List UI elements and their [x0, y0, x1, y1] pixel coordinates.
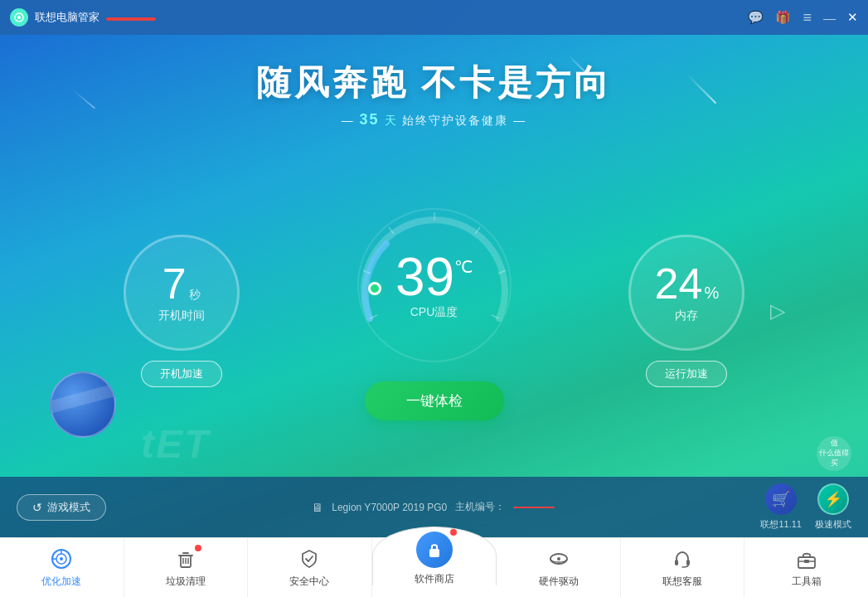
svg-rect-17 — [675, 560, 678, 565]
subtitle-middle-text: 始终守护设备健康 — [402, 114, 508, 127]
memory-boost-button[interactable]: 运行加速 — [646, 361, 727, 387]
title-redacted-text — [106, 17, 156, 21]
device-model: Legion Y7000P 2019 PG0 — [332, 502, 447, 513]
startup-boost-button[interactable]: 开机加速 — [141, 361, 222, 387]
optimize-label: 优化加速 — [41, 575, 81, 589]
one-key-check-button[interactable]: 一键体检 — [365, 381, 504, 420]
monitor-icon: 🖥 — [312, 501, 323, 514]
clean-icon-wrap — [174, 547, 197, 570]
headset-icon — [671, 547, 694, 570]
flash-mode-button[interactable]: ⚡ 极速模式 — [815, 483, 851, 531]
app-name-text: 联想电脑管家 — [35, 11, 99, 23]
app-title: 联想电脑管家 — [35, 10, 748, 25]
trash-icon — [174, 547, 197, 570]
days-count: 35 — [360, 111, 380, 128]
flash-icon: ⚡ — [817, 483, 849, 515]
cpu-metric: 39 ℃ CPU温度 一键体检 — [296, 202, 572, 420]
minimize-button[interactable]: — — [823, 11, 836, 25]
title-bar: 联想电脑管家 💬 🎁 ≡ — ✕ — [0, 0, 868, 35]
app-logo — [10, 8, 28, 27]
cpu-gauge: 39 ℃ CPU温度 — [352, 202, 517, 368]
nav-item-store[interactable]: 软件商店 — [372, 527, 497, 585]
planet-decoration — [50, 371, 116, 438]
toolbox-icon — [795, 547, 818, 570]
serial-redacted — [513, 507, 555, 508]
nav-item-toolbox[interactable]: 工具箱 — [744, 538, 868, 597]
game-mode-icon: ↺ — [32, 501, 42, 514]
days-unit: 天 — [385, 114, 398, 127]
nav-item-security[interactable]: 安全中心 — [248, 538, 372, 597]
shop-quick-button[interactable]: 🛒 联想11.11 — [760, 483, 802, 531]
store-dot — [450, 529, 457, 536]
toolbox-icon-wrap — [795, 547, 818, 570]
toolbox-label: 工具箱 — [792, 575, 822, 589]
planet-circle — [50, 371, 116, 438]
serial-prefix: 主机编号： — [455, 500, 505, 514]
startup-value: 7 — [162, 262, 187, 305]
optimize-icon-wrap — [50, 547, 73, 570]
device-info: 🖥 Legion Y7000P 2019 PG0 主机编号： — [312, 500, 555, 514]
clean-label: 垃圾清理 — [166, 575, 206, 589]
hardware-icon — [547, 547, 570, 570]
shield-icon — [298, 547, 321, 570]
svg-point-1 — [17, 16, 21, 19]
nav-item-hardware[interactable]: 硬件驱动 — [497, 538, 621, 597]
shop-icon: 🛒 — [765, 483, 797, 515]
quick-buttons: 🛒 联想11.11 ⚡ 极速模式 — [760, 483, 851, 531]
store-label: 软件商店 — [415, 572, 454, 586]
nav-item-support[interactable]: 联想客服 — [621, 538, 745, 597]
close-button[interactable]: ✕ — [847, 10, 858, 25]
lock-icon — [424, 540, 444, 560]
nav-bar: 优化加速 垃圾清理 — [0, 537, 868, 597]
svg-rect-14 — [429, 549, 439, 557]
memory-label: 内存 — [675, 308, 698, 323]
startup-circle: 7 秒 开机时间 — [124, 235, 240, 351]
startup-label: 开机时间 — [158, 308, 205, 323]
nav-item-clean[interactable]: 垃圾清理 — [124, 538, 249, 597]
security-icon-wrap — [298, 547, 321, 570]
cpu-temp-unit: ℃ — [454, 257, 473, 277]
game-mode-button[interactable]: ↺ 游戏模式 — [17, 494, 106, 521]
optimize-icon — [50, 547, 73, 570]
header-section: 随风奔跑 不卡是方向 — 35 天 始终守护设备健康 — — [0, 35, 868, 137]
gauge-indicator — [368, 282, 381, 295]
store-icon-wrap — [416, 531, 453, 568]
nav-item-optimize[interactable]: 优化加速 — [0, 538, 124, 597]
gift-icon[interactable]: 🎁 — [775, 10, 791, 25]
flash-label: 极速模式 — [815, 518, 851, 531]
memory-unit: % — [704, 284, 719, 303]
clean-dot — [195, 545, 201, 551]
cpu-label: CPU温度 — [410, 305, 458, 320]
subtitle: — 35 天 始终守护设备健康 — — [0, 111, 868, 129]
chat-icon[interactable]: 💬 — [748, 10, 764, 25]
hardware-icon-wrap — [547, 547, 570, 570]
startup-metric: 7 秒 开机时间 开机加速 — [66, 235, 296, 387]
metrics-row: 7 秒 开机时间 开机加速 — [0, 137, 868, 477]
support-icon-wrap — [671, 547, 694, 570]
shop-label: 联想11.11 — [760, 518, 802, 531]
svg-point-16 — [557, 557, 560, 561]
svg-rect-20 — [804, 560, 809, 563]
support-label: 联想客服 — [662, 575, 702, 589]
menu-icon[interactable]: ≡ — [803, 9, 812, 27]
svg-rect-18 — [686, 560, 690, 565]
svg-point-12 — [60, 557, 63, 561]
window-controls: 💬 🎁 ≡ — ✕ — [748, 9, 858, 27]
play-triangle[interactable] — [770, 299, 785, 323]
game-mode-label: 游戏模式 — [47, 500, 90, 515]
startup-unit: 秒 — [189, 288, 201, 303]
cpu-temp-value: 39 — [395, 250, 454, 303]
subtitle-dash-left: — — [342, 114, 360, 127]
main-title: 随风奔跑 不卡是方向 — [0, 60, 868, 106]
cpu-value-display: 39 ℃ CPU温度 — [395, 250, 473, 320]
security-label: 安全中心 — [289, 575, 329, 589]
main-area: 随风奔跑 不卡是方向 — 35 天 始终守护设备健康 — 7 秒 开机时间 — [0, 35, 868, 537]
subtitle-dash-right: — — [513, 114, 526, 127]
watermark: 值什么值得买 — [817, 436, 851, 471]
memory-circle: 24 % 内存 — [628, 235, 744, 351]
memory-value: 24 — [655, 262, 703, 305]
memory-metric: 24 % 内存 运行加速 — [572, 235, 802, 387]
hardware-label: 硬件驱动 — [539, 575, 579, 589]
watermark-text: 值什么值得买 — [817, 439, 851, 468]
store-circle — [416, 531, 453, 568]
